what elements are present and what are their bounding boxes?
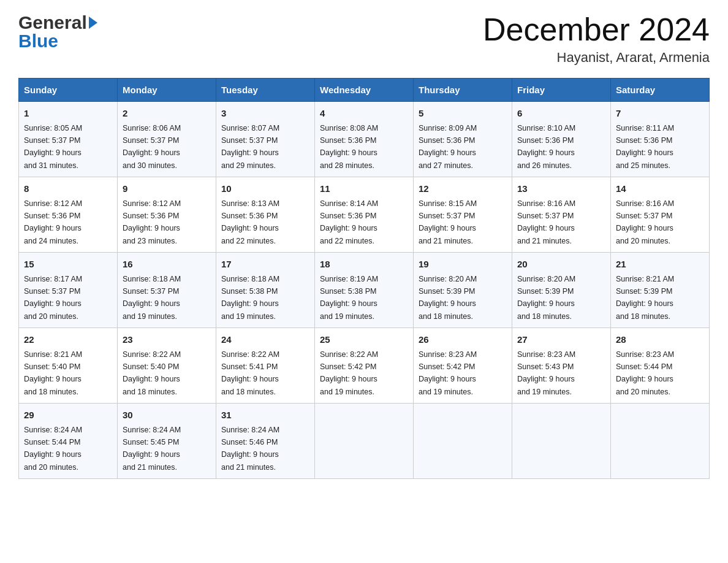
day-number: 18 (320, 258, 408, 272)
calendar-cell: 7 Sunrise: 8:11 AMSunset: 5:36 PMDayligh… (611, 102, 710, 177)
calendar-cell: 27 Sunrise: 8:23 AMSunset: 5:43 PMDaylig… (512, 328, 611, 404)
col-tuesday: Tuesday (216, 79, 315, 102)
calendar-cell: 25 Sunrise: 8:22 AMSunset: 5:42 PMDaylig… (315, 328, 414, 404)
calendar-cell: 23 Sunrise: 8:22 AMSunset: 5:40 PMDaylig… (118, 328, 216, 404)
day-number: 12 (419, 182, 507, 196)
calendar-cell: 2 Sunrise: 8:06 AMSunset: 5:37 PMDayligh… (118, 102, 216, 177)
month-title: December 2024 (483, 12, 710, 47)
day-info: Sunrise: 8:21 AMSunset: 5:39 PMDaylight:… (616, 275, 674, 321)
day-info: Sunrise: 8:16 AMSunset: 5:37 PMDaylight:… (616, 199, 674, 245)
day-info: Sunrise: 8:12 AMSunset: 5:36 PMDaylight:… (123, 199, 181, 245)
col-monday: Monday (118, 79, 216, 102)
day-info: Sunrise: 8:06 AMSunset: 5:37 PMDaylight:… (123, 124, 181, 170)
day-info: Sunrise: 8:10 AMSunset: 5:36 PMDaylight:… (517, 124, 575, 170)
col-wednesday: Wednesday (315, 79, 414, 102)
calendar-cell: 9 Sunrise: 8:12 AMSunset: 5:36 PMDayligh… (118, 177, 216, 253)
day-number: 26 (419, 333, 507, 347)
calendar-cell: 20 Sunrise: 8:20 AMSunset: 5:39 PMDaylig… (512, 253, 611, 328)
day-number: 28 (616, 333, 704, 347)
logo: General Blue (18, 12, 97, 52)
calendar-cell: 15 Sunrise: 8:17 AMSunset: 5:37 PMDaylig… (19, 253, 118, 328)
day-info: Sunrise: 8:22 AMSunset: 5:41 PMDaylight:… (221, 350, 279, 396)
logo-triangle-icon (89, 17, 97, 29)
day-number: 4 (320, 107, 408, 121)
day-info: Sunrise: 8:13 AMSunset: 5:36 PMDaylight:… (221, 199, 279, 245)
calendar-cell: 21 Sunrise: 8:21 AMSunset: 5:39 PMDaylig… (611, 253, 710, 328)
logo-general-text: General (18, 12, 87, 33)
calendar-cell (315, 404, 414, 479)
location-title: Hayanist, Ararat, Armenia (483, 50, 710, 66)
day-number: 30 (123, 408, 211, 423)
col-saturday: Saturday (611, 79, 710, 102)
logo-blue-text: Blue (18, 31, 97, 52)
day-number: 13 (517, 182, 605, 196)
day-number: 8 (24, 182, 112, 196)
calendar-cell: 14 Sunrise: 8:16 AMSunset: 5:37 PMDaylig… (611, 177, 710, 253)
col-friday: Friday (512, 79, 611, 102)
calendar-cell: 18 Sunrise: 8:19 AMSunset: 5:38 PMDaylig… (315, 253, 414, 328)
day-number: 25 (320, 333, 408, 347)
calendar-cell: 26 Sunrise: 8:23 AMSunset: 5:42 PMDaylig… (414, 328, 512, 404)
day-number: 17 (221, 258, 309, 272)
calendar-cell: 30 Sunrise: 8:24 AMSunset: 5:45 PMDaylig… (118, 404, 216, 479)
calendar-cell (611, 404, 710, 479)
day-info: Sunrise: 8:22 AMSunset: 5:40 PMDaylight:… (123, 350, 181, 396)
calendar-week-row: 29 Sunrise: 8:24 AMSunset: 5:44 PMDaylig… (19, 404, 710, 479)
day-info: Sunrise: 8:05 AMSunset: 5:37 PMDaylight:… (24, 124, 82, 170)
calendar-week-row: 1 Sunrise: 8:05 AMSunset: 5:37 PMDayligh… (19, 102, 710, 177)
day-info: Sunrise: 8:19 AMSunset: 5:38 PMDaylight:… (320, 275, 378, 321)
day-info: Sunrise: 8:24 AMSunset: 5:45 PMDaylight:… (123, 426, 181, 472)
col-sunday: Sunday (19, 79, 118, 102)
title-area: December 2024 Hayanist, Ararat, Armenia (483, 12, 710, 66)
day-number: 7 (616, 107, 704, 121)
day-info: Sunrise: 8:22 AMSunset: 5:42 PMDaylight:… (320, 350, 378, 396)
day-info: Sunrise: 8:17 AMSunset: 5:37 PMDaylight:… (24, 275, 82, 321)
calendar-cell: 28 Sunrise: 8:23 AMSunset: 5:44 PMDaylig… (611, 328, 710, 404)
calendar-cell: 3 Sunrise: 8:07 AMSunset: 5:37 PMDayligh… (216, 102, 315, 177)
day-number: 29 (24, 408, 112, 423)
day-info: Sunrise: 8:18 AMSunset: 5:37 PMDaylight:… (123, 275, 181, 321)
col-thursday: Thursday (414, 79, 512, 102)
day-info: Sunrise: 8:23 AMSunset: 5:42 PMDaylight:… (419, 350, 477, 396)
day-info: Sunrise: 8:09 AMSunset: 5:36 PMDaylight:… (419, 124, 477, 170)
calendar-cell: 12 Sunrise: 8:15 AMSunset: 5:37 PMDaylig… (414, 177, 512, 253)
day-info: Sunrise: 8:16 AMSunset: 5:37 PMDaylight:… (517, 199, 575, 245)
calendar-week-row: 8 Sunrise: 8:12 AMSunset: 5:36 PMDayligh… (19, 177, 710, 253)
day-number: 5 (419, 107, 507, 121)
day-number: 6 (517, 107, 605, 121)
day-info: Sunrise: 8:15 AMSunset: 5:37 PMDaylight:… (419, 199, 477, 245)
day-info: Sunrise: 8:24 AMSunset: 5:46 PMDaylight:… (221, 426, 279, 472)
calendar-table: Sunday Monday Tuesday Wednesday Thursday… (18, 78, 710, 479)
day-info: Sunrise: 8:12 AMSunset: 5:36 PMDaylight:… (24, 199, 82, 245)
calendar-cell: 22 Sunrise: 8:21 AMSunset: 5:40 PMDaylig… (19, 328, 118, 404)
calendar-cell: 1 Sunrise: 8:05 AMSunset: 5:37 PMDayligh… (19, 102, 118, 177)
day-number: 27 (517, 333, 605, 347)
logo-line1: General (18, 12, 97, 33)
day-number: 23 (123, 333, 211, 347)
calendar-week-row: 15 Sunrise: 8:17 AMSunset: 5:37 PMDaylig… (19, 253, 710, 328)
day-number: 20 (517, 258, 605, 272)
day-info: Sunrise: 8:23 AMSunset: 5:44 PMDaylight:… (616, 350, 674, 396)
page-header: General Blue December 2024 Hayanist, Ara… (18, 12, 710, 66)
calendar-cell: 19 Sunrise: 8:20 AMSunset: 5:39 PMDaylig… (414, 253, 512, 328)
calendar-header-row: Sunday Monday Tuesday Wednesday Thursday… (19, 79, 710, 102)
day-number: 22 (24, 333, 112, 347)
calendar-cell: 16 Sunrise: 8:18 AMSunset: 5:37 PMDaylig… (118, 253, 216, 328)
day-number: 24 (221, 333, 309, 347)
day-info: Sunrise: 8:21 AMSunset: 5:40 PMDaylight:… (24, 350, 82, 396)
day-number: 9 (123, 182, 211, 196)
day-number: 31 (221, 408, 309, 423)
calendar-week-row: 22 Sunrise: 8:21 AMSunset: 5:40 PMDaylig… (19, 328, 710, 404)
day-number: 3 (221, 107, 309, 121)
day-info: Sunrise: 8:20 AMSunset: 5:39 PMDaylight:… (419, 275, 477, 321)
day-info: Sunrise: 8:20 AMSunset: 5:39 PMDaylight:… (517, 275, 575, 321)
calendar-cell: 24 Sunrise: 8:22 AMSunset: 5:41 PMDaylig… (216, 328, 315, 404)
day-number: 15 (24, 258, 112, 272)
calendar-cell: 31 Sunrise: 8:24 AMSunset: 5:46 PMDaylig… (216, 404, 315, 479)
calendar-cell: 8 Sunrise: 8:12 AMSunset: 5:36 PMDayligh… (19, 177, 118, 253)
day-info: Sunrise: 8:18 AMSunset: 5:38 PMDaylight:… (221, 275, 279, 321)
calendar-cell: 17 Sunrise: 8:18 AMSunset: 5:38 PMDaylig… (216, 253, 315, 328)
day-number: 2 (123, 107, 211, 121)
day-number: 19 (419, 258, 507, 272)
day-info: Sunrise: 8:11 AMSunset: 5:36 PMDaylight:… (616, 124, 674, 170)
